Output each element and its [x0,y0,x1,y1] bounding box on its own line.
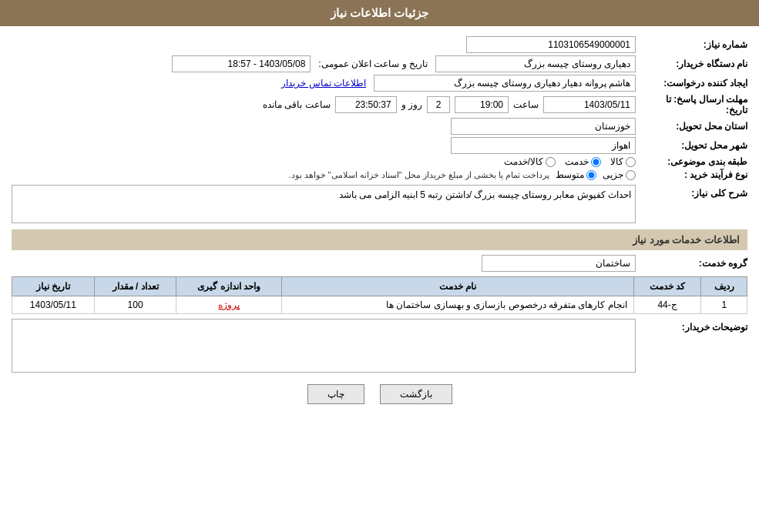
shomareNiaz-input[interactable]: 1103106549000001 [466,36,636,53]
radio-jozii-input[interactable] [626,170,636,180]
grohKhedmat-value: ساختمان [12,255,636,272]
row-mohlatErsal: مهلت ارسال پاسخ: تا تاریخ: 1403/05/11 سا… [12,94,747,115]
ostan-value: خوزستان [12,118,636,135]
table-header-row: ردیف کد خدمت نام خدمت واحد اندازه گیری ت… [12,277,747,296]
row-sharh: شرح کلی نیاز: احداث کفپوش معابر روستای چ… [12,185,747,223]
namDastgah-value: دهیاری روستای چیسه بزرگ تاریخ و ساعت اعل… [12,55,636,72]
grohKhedmat-input[interactable]: ساختمان [482,255,636,272]
radio-jozii: جزیی [603,169,636,180]
roz-input[interactable]: 2 [427,96,450,113]
radio-motavaset: متوسط [556,169,596,180]
date-time-row: 1403/05/11 ساعت 19:00 2 روز و 23:50:37 س… [12,96,636,113]
vahed-link[interactable]: پروژه [218,299,240,310]
cell-tarikh: 1403/05/11 [12,296,95,314]
radio-kalaKhedmat-input[interactable] [546,157,556,167]
row-shomareNiaz: شماره نیاز: 1103106549000001 [12,36,747,53]
col-tedad: تعداد / مقدار [94,277,176,296]
shomareNiaz-value: 1103106549000001 [12,36,636,53]
row-tabaqebandi: طبقه بندی موضوعی: کالا خدمت کالا/خدمت [12,156,747,167]
cell-vahed: پروژه [176,296,282,314]
date-input[interactable]: 1403/05/11 [543,96,636,113]
saatBaqiMande-label: ساعت باقی مانده [263,99,331,110]
mohlatErsal-label: مهلت ارسال پاسخ: تا تاریخ: [636,94,747,115]
bazgasht-button[interactable]: بازگشت [380,384,452,404]
row-tozihat: توضیحات خریدار: [12,319,747,373]
col-kodKhedmat: کد خدمت [633,277,701,296]
roz-label: روز و [401,99,422,110]
radio-kala-input[interactable] [626,157,636,167]
col-radif: ردیف [701,277,747,296]
saat-input[interactable]: 19:00 [455,96,509,113]
row-grohKhedmat: گروه خدمت: ساختمان [12,255,747,272]
radio-khedmat: خدمت [565,156,601,167]
tozihat-textarea[interactable] [12,319,636,373]
ostan-label: استان محل تحویل: [636,121,747,132]
chap-button[interactable]: چاپ [307,384,364,404]
buttons-row: بازگشت چاپ [12,384,747,404]
ijadKonnande-input[interactable]: هاشم پروانه دهیار دهیاری روستای چیسه بزر… [374,75,636,92]
sharh-textarea[interactable]: احداث کفپوش معابر روستای چیسه بزرگ /داشت… [12,185,636,223]
row-noeFarayand: نوع فرآیند خرید : جزیی متوسط پرداخت تمام… [12,169,747,180]
tarikhAelan-input[interactable]: 1403/05/08 - 18:57 [172,55,311,72]
row-namDastgah: نام دستگاه خریدار: دهیاری روستای چیسه بز… [12,55,747,72]
shahr-value: اهواز [12,137,636,154]
page-header: جزئیات اطلاعات نیاز [0,0,759,26]
page-title: جزئیات اطلاعات نیاز [331,6,428,19]
ostan-input[interactable]: خوزستان [451,118,636,135]
tozihat-value [12,319,636,373]
radio-motavaset-input[interactable] [586,170,596,180]
tabaqebandi-radios: کالا خدمت کالا/خدمت [12,156,636,167]
noeFarayand-value: جزیی متوسط پرداخت تمام یا بخشی از مبلغ خ… [12,169,636,180]
purchase-note: پرداخت تمام یا بخشی از مبلغ خریداز محل "… [288,170,549,180]
radio-khedmat-input[interactable] [591,157,601,167]
tozihat-label: توضیحات خریدار: [636,322,747,333]
cell-kodKhedmat: ج-44 [633,296,701,314]
cell-radif: 1 [701,296,747,314]
ijadKonnande-label: ایجاد کننده درخواست: [636,78,747,89]
noeFarayand-label: نوع فرآیند خرید : [636,169,747,180]
grohKhedmat-label: گروه خدمت: [636,258,747,269]
khedmat-label: خدمت [565,156,589,167]
sharh-value: احداث کفپوش معابر روستای چیسه بزرگ /داشت… [12,185,636,223]
tarikhAelan-label: تاریخ و ساعت اعلان عمومی: [318,59,428,69]
sharh-label: شرح کلی نیاز: [636,188,747,199]
cell-namKhedmat: انجام کارهای متفرقه درخصوص بازسازی و بهس… [282,296,634,314]
saat-label: ساعت [513,99,539,110]
row-ostan: استان محل تحویل: خوزستان [12,118,747,135]
page-wrapper: جزئیات اطلاعات نیاز شماره نیاز: 11031065… [0,0,759,532]
col-namKhedmat: نام خدمت [282,277,634,296]
cell-tedad: 100 [94,296,176,314]
radio-group-tabaqebandi: کالا خدمت کالا/خدمت [12,156,636,167]
sharh-text: احداث کفپوش معابر روستای چیسه بزرگ /داشت… [339,189,631,200]
jozii-label: جزیی [603,169,623,180]
namDastgah-input[interactable]: دهیاری روستای چیسه بزرگ [435,55,636,72]
kalaKhedmat-label: کالا/خدمت [504,156,543,167]
mohlatErsal-value: 1403/05/11 ساعت 19:00 2 روز و 23:50:37 س… [12,96,636,113]
shahr-input[interactable]: اهواز [451,137,636,154]
shahr-label: شهر محل تحویل: [636,140,747,151]
row-ijadKonnande: ایجاد کننده درخواست: هاشم پروانه دهیار د… [12,75,747,92]
saatBaqi-input[interactable]: 23:50:37 [335,96,397,113]
purchase-type-row: جزیی متوسط پرداخت تمام یا بخشی از مبلغ خ… [12,169,636,180]
motavaset-label: متوسط [556,169,584,180]
row-shahr: شهر محل تحویل: اهواز [12,137,747,154]
radio-kala: کالا [610,156,636,167]
shomareNiaz-label: شماره نیاز: [636,39,747,50]
radio-kalaKhedmat: کالا/خدمت [504,156,556,167]
ettelaatTamas-link[interactable]: اطلاعات تماس خریدار [281,78,366,89]
table-row: 1ج-44انجام کارهای متفرقه درخصوص بازسازی … [12,296,747,314]
tabaqebandi-label: طبقه بندی موضوعی: [636,156,747,167]
namDastgah-label: نام دستگاه خریدار: [636,59,747,69]
kala-label: کالا [610,156,623,167]
content-area: شماره نیاز: 1103106549000001 نام دستگاه … [0,26,759,423]
col-vahed: واحد اندازه گیری [176,277,282,296]
services-section-title: اطلاعات خدمات مورد نیاز [12,229,747,250]
ijadKonnande-value: هاشم پروانه دهیار دهیاری روستای چیسه بزر… [12,75,636,92]
services-table: ردیف کد خدمت نام خدمت واحد اندازه گیری ت… [12,276,747,314]
col-tarikh: تاریخ نیاز [12,277,95,296]
